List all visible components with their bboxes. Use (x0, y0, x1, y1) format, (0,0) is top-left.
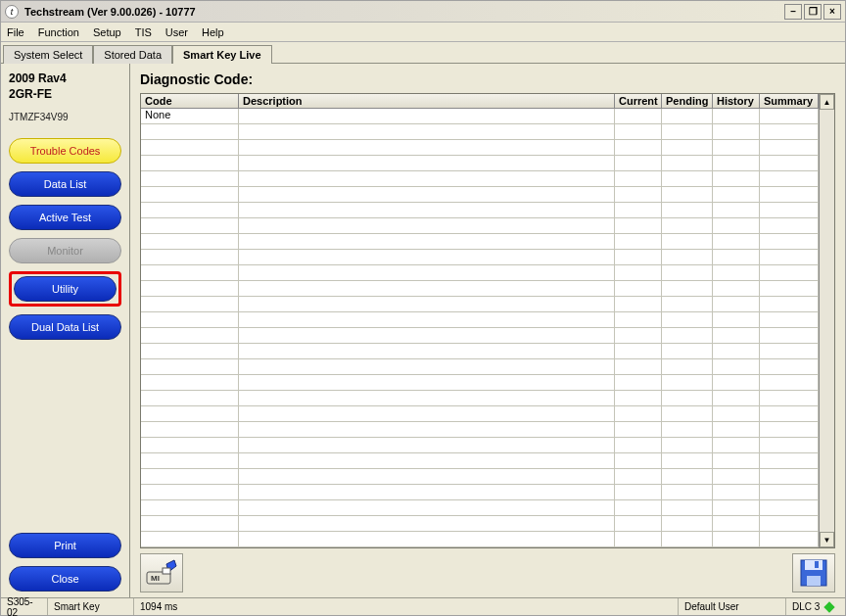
active-test-button[interactable]: Active Test (9, 205, 121, 230)
eraser-icon: MI (145, 558, 178, 588)
col-pending[interactable]: Pending (662, 94, 713, 108)
col-description[interactable]: Description (239, 94, 615, 108)
table-row[interactable] (141, 297, 819, 312)
status-time: 1094 ms (134, 598, 679, 615)
close-button[interactable]: Close (9, 566, 121, 592)
table-row[interactable] (141, 124, 819, 140)
connection-led-icon (824, 601, 835, 612)
body: 2009 Rav4 2GR-FE JTMZF34V99 Trouble Code… (1, 64, 845, 597)
vehicle-info: 2009 Rav4 2GR-FE (5, 70, 125, 112)
table-row[interactable] (141, 281, 819, 297)
grid-body: None (141, 109, 819, 547)
data-list-button[interactable]: Data List (9, 171, 121, 197)
table-row[interactable] (141, 532, 819, 547)
utility-button[interactable]: Utility (14, 276, 117, 302)
dual-data-list-button[interactable]: Dual Data List (9, 314, 121, 340)
floppy-disk-icon (799, 558, 828, 588)
menu-setup[interactable]: Setup (93, 26, 121, 38)
table-row[interactable] (141, 312, 819, 328)
vehicle-model: 2009 Rav4 (9, 71, 121, 87)
table-row[interactable] (141, 171, 819, 187)
col-current[interactable]: Current (615, 94, 662, 108)
menu-tis[interactable]: TIS (135, 26, 152, 38)
table-row[interactable] (141, 218, 819, 234)
table-row[interactable] (141, 344, 819, 359)
svg-text:MI: MI (151, 574, 160, 583)
scroll-up-icon[interactable]: ▲ (820, 94, 834, 110)
table-row[interactable] (141, 187, 819, 203)
trouble-codes-button[interactable]: Trouble Codes (9, 138, 121, 164)
app-window: t Techstream (Ver 9.00.026) - 10777 – ❐ … (0, 0, 846, 616)
main-panel: Diagnostic Code: Code Description Curren… (130, 64, 845, 597)
tab-stored-data[interactable]: Stored Data (93, 45, 172, 64)
col-history[interactable]: History (713, 94, 760, 108)
grid-header: Code Description Current Pending History… (141, 94, 819, 109)
table-row[interactable] (141, 422, 819, 438)
table-row[interactable] (141, 328, 819, 344)
table-row[interactable] (141, 375, 819, 391)
menu-help[interactable]: Help (202, 26, 224, 38)
menu-user[interactable]: User (165, 26, 188, 38)
svg-rect-7 (815, 561, 819, 568)
table-row[interactable] (141, 500, 819, 516)
menu-function[interactable]: Function (38, 26, 79, 38)
table-row[interactable] (141, 516, 819, 532)
svg-rect-5 (805, 560, 822, 570)
status-system: Smart Key (48, 598, 134, 615)
table-row[interactable] (141, 453, 819, 469)
minimize-button[interactable]: – (784, 4, 802, 20)
table-row[interactable] (141, 438, 819, 453)
svg-rect-6 (807, 576, 821, 586)
table-row[interactable]: None (141, 109, 819, 124)
table-row[interactable] (141, 203, 819, 218)
titlebar: t Techstream (Ver 9.00.026) - 10777 – ❐ … (1, 1, 845, 23)
table-row[interactable] (141, 485, 819, 500)
main-heading: Diagnostic Code: (140, 71, 835, 87)
menu-file[interactable]: File (7, 26, 24, 38)
status-user: Default User (679, 598, 786, 615)
statusbar: S305-02 Smart Key 1094 ms Default User D… (1, 597, 845, 615)
table-row[interactable] (141, 359, 819, 375)
menubar: File Function Setup TIS User Help (1, 23, 845, 42)
table-row[interactable] (141, 265, 819, 281)
table-row[interactable] (141, 234, 819, 250)
grid-scrollbar[interactable]: ▲ ▼ (819, 94, 834, 547)
print-button[interactable]: Print (9, 533, 121, 558)
tab-system-select[interactable]: System Select (3, 45, 93, 64)
status-connection: DLC 3 (786, 598, 845, 615)
col-summary[interactable]: Summary (760, 94, 819, 108)
table-row[interactable] (141, 140, 819, 156)
col-code[interactable]: Code (141, 94, 239, 108)
tab-strip: System Select Stored Data Smart Key Live (1, 42, 845, 64)
scroll-track[interactable] (820, 110, 834, 532)
maximize-button[interactable]: ❐ (804, 4, 822, 20)
table-row[interactable] (141, 250, 819, 265)
save-button[interactable] (792, 553, 835, 592)
main-bottom-toolbar: MI (140, 548, 835, 592)
utility-highlight: Utility (9, 271, 121, 307)
table-row[interactable] (141, 469, 819, 485)
vehicle-vin: JTMZF34V99 (5, 112, 125, 138)
svg-rect-3 (163, 568, 170, 574)
tab-smart-key-live[interactable]: Smart Key Live (172, 45, 271, 64)
monitor-button: Monitor (9, 238, 121, 263)
status-code: S305-02 (1, 598, 48, 615)
scroll-down-icon[interactable]: ▼ (820, 532, 834, 547)
clear-dtc-button[interactable]: MI (140, 553, 183, 592)
table-row[interactable] (141, 156, 819, 171)
app-icon: t (5, 5, 19, 19)
table-row[interactable] (141, 391, 819, 406)
sidebar: 2009 Rav4 2GR-FE JTMZF34V99 Trouble Code… (1, 64, 130, 597)
vehicle-engine: 2GR-FE (9, 87, 121, 103)
window-title: Techstream (Ver 9.00.026) - 10777 (24, 6, 784, 18)
close-window-button[interactable]: × (823, 4, 841, 20)
table-row[interactable] (141, 406, 819, 422)
dtc-grid: Code Description Current Pending History… (140, 93, 835, 548)
